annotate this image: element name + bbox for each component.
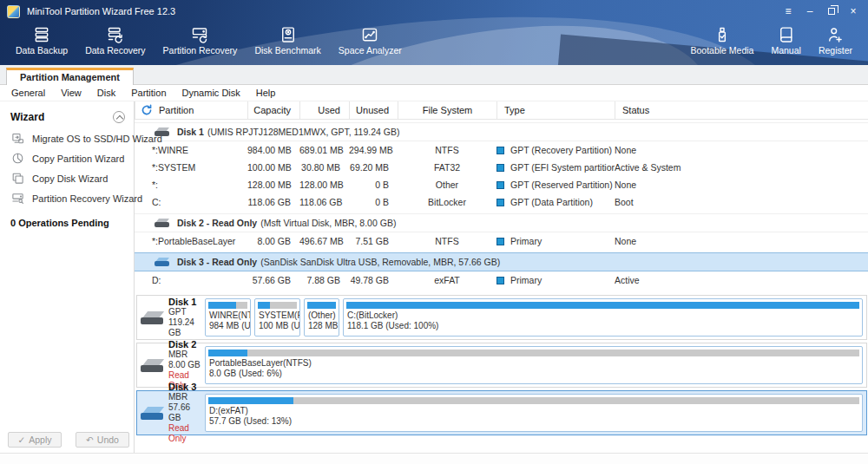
diskmap-row-disk-1[interactable]: Disk 1 GPT 119.24 GB WINRE(NTFS) 984 MB … (136, 295, 867, 340)
wizard-section-title: Wizard (10, 111, 44, 123)
menu-item[interactable]: Partition (123, 86, 174, 100)
usage-bar (208, 350, 859, 356)
sidebar-item-migrate-os[interactable]: Migrate OS to SSD/HD Wizard (0, 128, 134, 148)
close-button[interactable]: × (845, 4, 861, 18)
column-header[interactable]: Capacity (247, 101, 299, 119)
sidebar-item-partition-recovery-wizard[interactable]: Partition Recovery Wizard (0, 188, 134, 208)
partition-recovery-wizard-icon (11, 192, 24, 205)
check-icon: ✓ (17, 435, 25, 445)
column-header[interactable]: Status (615, 101, 868, 119)
menubar: GeneralViewDiskPartitionDynamic DiskHelp (0, 85, 868, 101)
toolbar-item-data-backup[interactable]: Data Backup (9, 24, 75, 57)
tab-strip: Partition Management (0, 65, 868, 85)
usage-bar (208, 302, 247, 309)
diskmap-row-disk-3[interactable]: Disk 3 MBR 57.66 GB Read Only D:(exFAT) … (136, 390, 867, 435)
apply-button[interactable]: ✓ Apply (8, 432, 62, 448)
table-row-system[interactable]: *:SYSTEM 100.00 MB 30.80 MB 69.20 MB FAT… (135, 159, 868, 176)
register-icon (826, 26, 844, 43)
disk-benchmark-icon (279, 26, 297, 43)
menu-item[interactable]: Help (248, 86, 284, 100)
map-block-system[interactable]: SYSTEM(FAT32) 100 MB (Used: 31%) (254, 298, 300, 337)
menu-item[interactable]: View (53, 86, 89, 100)
usage-bar (208, 397, 859, 404)
table-header: PartitionCapacityUsedUnusedFile SystemTy… (135, 101, 868, 120)
menu-item[interactable]: General (3, 86, 53, 100)
refresh-icon[interactable] (141, 104, 153, 116)
disk-icon (141, 311, 163, 324)
partition-type-icon (496, 199, 504, 206)
status-bar (0, 453, 868, 464)
bootable-media-icon (713, 26, 731, 43)
copy-partition-icon (11, 152, 24, 165)
disk-icon (141, 359, 163, 372)
map-block-d[interactable]: D:(exFAT) 57.7 GB (Used: 13%) (205, 394, 863, 432)
usage-bar (346, 302, 859, 309)
table-row-d[interactable]: D: 57.66 GB 7.88 GB 49.78 GB exFAT Prima… (135, 271, 868, 289)
undo-arrow-icon: ↶ (86, 435, 94, 445)
disk-icon (155, 219, 169, 227)
operations-pending-label: 0 Operations Pending (0, 208, 134, 238)
toolbar-item-register[interactable]: Register (812, 24, 859, 57)
table-row-c[interactable]: C: 118.06 GB 118.06 GB 0 B BitLocker GPT… (135, 193, 868, 211)
toolbar-item-partition-recovery[interactable]: Partition Recovery (156, 24, 245, 57)
window-title: MiniTool Partition Wizard Free 12.3 (27, 6, 175, 16)
map-block-portablebaselayer[interactable]: PortableBaseLayer(NTFS) 8.0 GB (Used: 6%… (205, 346, 863, 384)
table-row-reserved[interactable]: *: 128.00 MB 128.00 MB 0 B Other GPT (Re… (135, 176, 868, 193)
migrate-os-icon (11, 132, 24, 145)
manual-icon (778, 26, 795, 43)
restore-icon (828, 8, 835, 15)
partition-type-icon (496, 238, 504, 245)
toolbar-item-space-analyzer[interactable]: Space Analyzer (332, 24, 409, 57)
toolbar-item-bootable-media[interactable]: Bootable Media (683, 24, 760, 57)
toolbar: Data Backup Data Recovery Partition Reco… (0, 23, 868, 57)
usage-bar (307, 302, 336, 309)
data-backup-icon (33, 26, 50, 43)
read-only-label: Read Only (168, 423, 201, 444)
partition-recovery-icon (191, 26, 208, 43)
map-block-winre[interactable]: WINRE(NTFS) 984 MB (Used: 70%) (205, 298, 251, 337)
usage-bar (258, 302, 297, 309)
partition-type-icon (496, 181, 504, 189)
table-row-portablebaselayer[interactable]: *:PortableBaseLayer 8.00 GB 496.67 MB 7.… (135, 232, 868, 250)
disk-icon (155, 127, 169, 136)
table-row-winre[interactable]: *:WINRE 984.00 MB 689.01 MB 294.99 MB NT… (135, 141, 868, 159)
table-row-disk-3[interactable]: Disk 3 - Read Only (SanDisk SanDisk Ultr… (135, 252, 868, 271)
partition-type-icon (496, 277, 504, 284)
usb-disk-icon (141, 407, 163, 420)
app-logo-icon (7, 5, 20, 18)
space-analyzer-icon (361, 26, 378, 43)
tab-partition-management[interactable]: Partition Management (6, 68, 134, 85)
column-header[interactable]: Type (496, 101, 615, 119)
sidebar: Wizard Migrate OS to SSD/HD Wizard Copy … (0, 101, 135, 453)
toolbar-item-manual[interactable]: Manual (764, 24, 807, 57)
copy-disk-icon (11, 172, 24, 185)
table-row-disk-2[interactable]: Disk 2 - Read Only (Msft Virtual Disk, M… (135, 213, 868, 232)
disk-map: Disk 1 GPT 119.24 GB WINRE(NTFS) 984 MB … (135, 295, 868, 438)
window-menu-button[interactable]: ≡ (780, 4, 796, 18)
menu-item[interactable]: Disk (89, 86, 123, 100)
toolbar-item-disk-benchmark[interactable]: Disk Benchmark (247, 24, 327, 57)
column-header[interactable]: File System (398, 101, 496, 119)
column-header[interactable]: Unused (349, 101, 398, 119)
undo-button[interactable]: ↶ Undo (76, 432, 129, 448)
partition-type-icon (496, 147, 504, 154)
collapse-chevron-icon[interactable] (113, 111, 125, 123)
data-recovery-icon (107, 26, 124, 43)
table-row-disk-1[interactable]: Disk 1 (UMIS RPJTJ128MED1MWX, GPT, 119.2… (135, 122, 868, 141)
menu-item[interactable]: Dynamic Disk (174, 86, 248, 100)
partition-type-icon (496, 164, 504, 172)
minimize-button[interactable]: – (802, 4, 818, 18)
diskmap-row-disk-2[interactable]: Disk 2 MBR 8.00 GB Read Only PortableBas… (136, 343, 867, 388)
sidebar-item-copy-disk-wizard[interactable]: Copy Disk Wizard (0, 168, 134, 188)
titlebar: MiniTool Partition Wizard Free 12.3 ≡ – … (0, 0, 868, 23)
toolbar-item-data-recovery[interactable]: Data Recovery (78, 24, 152, 57)
partition-panel: PartitionCapacityUsedUnusedFile SystemTy… (135, 101, 868, 453)
header-banner: MiniTool Partition Wizard Free 12.3 ≡ – … (0, 0, 868, 65)
disk-icon (155, 258, 169, 266)
map-block-other[interactable]: (Other) 128 MB (304, 298, 339, 337)
map-block-c[interactable]: C:(BitLocker) 118.1 GB (Used: 100%) (343, 298, 863, 337)
sidebar-item-copy-partition-wizard[interactable]: Copy Partition Wizard (0, 148, 134, 168)
column-header[interactable]: Used (299, 101, 349, 119)
restore-button[interactable] (824, 4, 839, 18)
